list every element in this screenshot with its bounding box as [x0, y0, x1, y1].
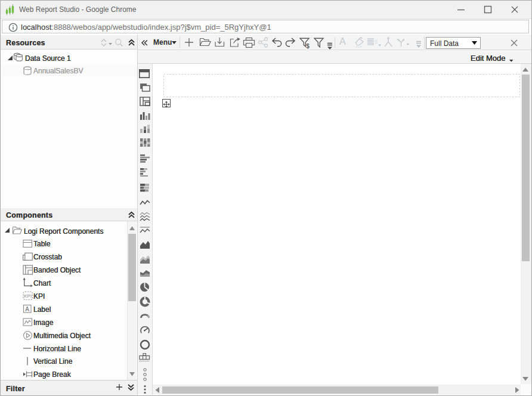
svg-text:KPI: KPI: [24, 293, 32, 299]
svg-text:$: $: [306, 43, 310, 50]
svg-text:A: A: [25, 306, 29, 313]
